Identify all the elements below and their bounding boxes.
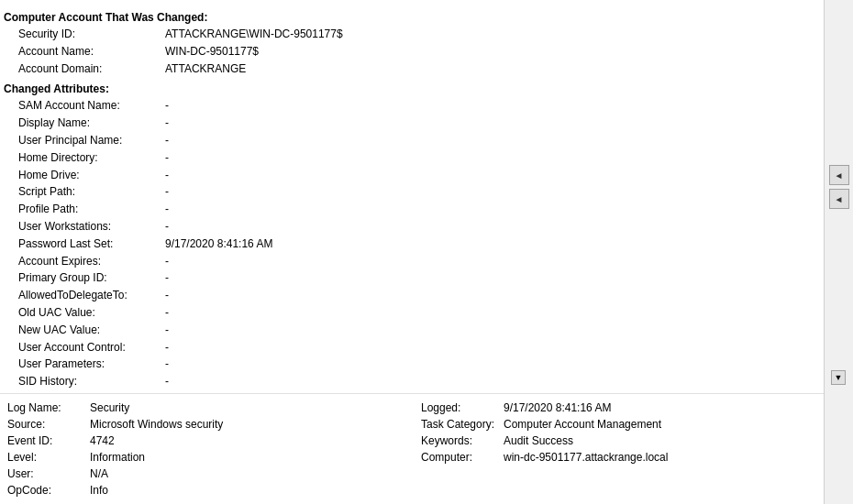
field-value: 9/17/2020 8:41:16 AM — [165, 236, 813, 252]
field-label: Profile Path: — [18, 202, 165, 217]
bottom-row-keywords: Keywords: Audit Success — [421, 433, 816, 449]
field-label: Account Name: — [18, 44, 165, 60]
field-value: - — [165, 219, 813, 235]
bottom-right-col: Logged: 9/17/2020 8:41:16 AM Task Catego… — [421, 400, 816, 499]
field-value: ATTACKRANGE\WIN-DC-9501177$ — [165, 27, 813, 42]
bottom-value: Information — [90, 451, 403, 464]
bottom-label: User: — [7, 467, 90, 480]
bottom-label: Event ID: — [7, 434, 90, 447]
bottom-value: Security — [90, 401, 403, 414]
scroll-down-button[interactable]: ▼ — [831, 370, 846, 385]
bottom-value: N/A — [90, 467, 403, 480]
bottom-value: 4742 — [90, 434, 403, 447]
bottom-label: Log Name: — [7, 401, 90, 414]
chevron-down-icon: ▼ — [835, 373, 843, 382]
field-row: Account Name: WIN-DC-9501177$ — [4, 43, 813, 60]
field-label: Home Directory: — [18, 150, 165, 166]
field-row: Old UAC Value: - — [4, 304, 813, 322]
field-label: Account Expires: — [18, 254, 165, 269]
sidebar-right: ◄ ◄ ▼ — [824, 0, 853, 504]
bottom-value: Audit Success — [504, 434, 816, 447]
field-label: Old UAC Value: — [18, 305, 165, 321]
field-label: Account Domain: — [18, 61, 165, 77]
field-label: AllowedToDelegateTo: — [18, 288, 165, 303]
bottom-label: Computer: — [421, 451, 504, 464]
bottom-value: 9/17/2020 8:41:16 AM — [504, 401, 816, 414]
field-label: Home Drive: — [18, 168, 165, 183]
bottom-panel: Log Name: Security Source: Microsoft Win… — [0, 393, 824, 504]
field-value: ATTACKRANGE — [165, 61, 813, 77]
field-value: - — [165, 168, 813, 183]
field-value: - — [165, 305, 813, 321]
field-value: - — [165, 356, 813, 372]
bottom-row-taskcategory: Task Category: Computer Account Manageme… — [421, 416, 816, 433]
bottom-label: Level: — [7, 451, 90, 464]
field-value: - — [165, 133, 813, 148]
section-header-1: Changed Attributes: — [4, 82, 813, 95]
field-row: Home Directory: - — [4, 149, 813, 167]
field-value: - — [165, 98, 813, 114]
field-value: - — [165, 202, 813, 217]
field-row: SID History: - — [4, 373, 813, 390]
field-label: User Parameters: — [18, 356, 165, 372]
field-label: SID History: — [18, 374, 165, 389]
bottom-label: Keywords: — [421, 434, 504, 447]
main-content: Computer Account That Was Changed: Secur… — [0, 0, 824, 504]
field-label: SAM Account Name: — [18, 98, 165, 114]
field-row: Account Expires: - — [4, 253, 813, 270]
field-row: User Workstations: - — [4, 218, 813, 236]
bottom-row-logged: Logged: 9/17/2020 8:41:16 AM — [421, 400, 816, 416]
bottom-value: Computer Account Management — [504, 418, 816, 431]
field-label: Security ID: — [18, 27, 165, 42]
field-value: - — [165, 270, 813, 286]
arrow-left-icon-2: ◄ — [835, 194, 844, 204]
bottom-row-logname: Log Name: Security — [7, 400, 403, 416]
field-value: - — [165, 340, 813, 356]
field-label: User Workstations: — [18, 219, 165, 235]
bottom-row-user: User: N/A — [7, 466, 403, 482]
field-label: Script Path: — [18, 184, 165, 200]
arrow-left-icon-1: ◄ — [835, 170, 844, 181]
field-label: User Account Control: — [18, 340, 165, 356]
bottom-row-source: Source: Microsoft Windows security — [7, 416, 403, 433]
bottom-row-opcode: OpCode: Info — [7, 482, 403, 499]
field-row: SAM Account Name: - — [4, 97, 813, 115]
bottom-value: Microsoft Windows security — [90, 418, 403, 431]
scrollable-area[interactable]: Computer Account That Was Changed: Secur… — [0, 0, 824, 393]
field-row: User Principal Name: - — [4, 132, 813, 149]
field-label: New UAC Value: — [18, 323, 165, 338]
field-value: - — [165, 288, 813, 303]
section-header-0: Computer Account That Was Changed: — [4, 11, 813, 24]
bottom-row-computer: Computer: win-dc-9501177.attackrange.loc… — [421, 449, 816, 466]
field-label: User Principal Name: — [18, 133, 165, 148]
bottom-label: Source: — [7, 418, 90, 431]
sidebar-btn-1[interactable]: ◄ — [829, 165, 849, 185]
field-value: - — [165, 150, 813, 166]
bottom-row-level: Level: Information — [7, 449, 403, 466]
bottom-label: OpCode: — [7, 484, 90, 497]
field-row: Script Path: - — [4, 183, 813, 201]
field-row: Primary Group ID: - — [4, 269, 813, 287]
field-label: Display Name: — [18, 115, 165, 131]
field-row: Display Name: - — [4, 115, 813, 132]
bottom-label: Logged: — [421, 401, 504, 414]
field-value: - — [165, 374, 813, 389]
field-row: User Account Control: - — [4, 339, 813, 356]
field-row: New UAC Value: - — [4, 322, 813, 339]
sidebar-btn-2[interactable]: ◄ — [829, 189, 849, 209]
field-value: - — [165, 254, 813, 269]
field-value: - — [165, 115, 813, 131]
field-row: AllowedToDelegateTo: - — [4, 287, 813, 304]
bottom-value: Info — [90, 484, 403, 497]
field-label: Password Last Set: — [18, 236, 165, 252]
field-row: Profile Path: - — [4, 201, 813, 218]
bottom-row-eventid: Event ID: 4742 — [7, 433, 403, 449]
field-value: WIN-DC-9501177$ — [165, 44, 813, 60]
bottom-value: win-dc-9501177.attackrange.local — [504, 451, 816, 464]
field-value: - — [165, 323, 813, 338]
field-row: User Parameters: - — [4, 356, 813, 373]
bottom-label: Task Category: — [421, 418, 504, 431]
field-label: Primary Group ID: — [18, 270, 165, 286]
field-row: Account Domain: ATTACKRANGE — [4, 60, 813, 78]
field-value: - — [165, 184, 813, 200]
